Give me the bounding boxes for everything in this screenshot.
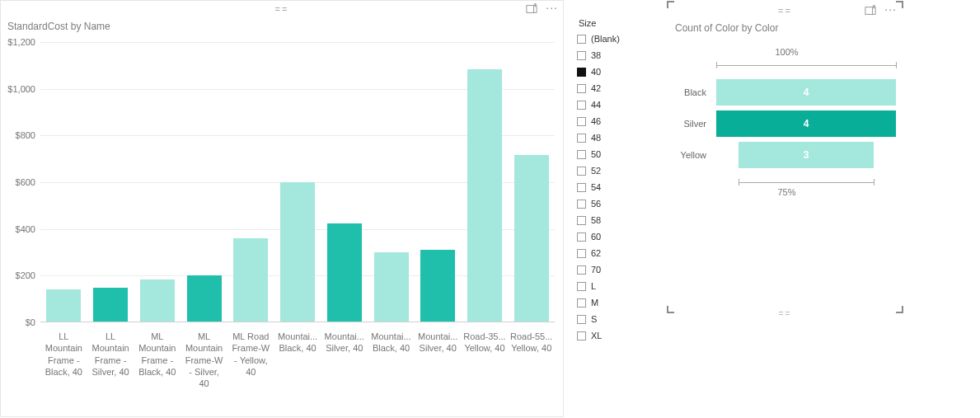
x-tick-label: Mountai...Silver, 40 — [415, 327, 462, 403]
bar[interactable] — [514, 155, 549, 322]
x-tick-label: MLMountainFrame-W- Silver,40 — [181, 327, 227, 403]
funnel-body: 100% Black4Silver4Yellow3 75% — [668, 39, 902, 286]
funnel-row: Yellow3 — [672, 139, 902, 171]
slicer-item-label: 46 — [591, 116, 601, 126]
slicer-item[interactable]: 62 — [577, 246, 668, 261]
resize-grip-icon[interactable] — [779, 309, 792, 318]
funnel-chart-visual[interactable]: ··· Count of Color by Color 100% Black4S… — [668, 2, 902, 312]
x-tick-label: Mountai...Silver, 40 — [321, 327, 368, 403]
slicer-item[interactable]: 70 — [577, 262, 668, 277]
bar[interactable] — [420, 250, 455, 322]
checkbox-icon[interactable] — [577, 216, 586, 225]
slicer-item-label: 52 — [591, 166, 601, 176]
bar[interactable] — [327, 223, 362, 322]
y-tick-label: $200 — [16, 270, 35, 280]
focus-mode-icon[interactable] — [865, 5, 876, 16]
bar[interactable] — [46, 289, 81, 322]
slicer-item[interactable]: (Blank) — [577, 31, 668, 46]
y-tick-label: $600 — [16, 177, 35, 187]
chart-title: StandardCost by Name — [1, 17, 563, 37]
checkbox-icon[interactable] — [577, 84, 586, 93]
checkbox-icon[interactable] — [577, 183, 586, 192]
funnel-bar[interactable]: 4 — [716, 110, 896, 137]
bar[interactable] — [140, 279, 175, 322]
drag-grip-icon[interactable] — [778, 6, 792, 16]
x-tick-label: LLMountainFrame -Black, 40 — [40, 327, 87, 403]
focus-mode-icon[interactable] — [526, 3, 537, 15]
checkbox-icon[interactable] — [577, 101, 586, 110]
slicer-item-label: 54 — [591, 182, 601, 192]
funnel-row: Silver4 — [672, 108, 902, 139]
y-tick-label: $1,000 — [7, 84, 35, 94]
slicer-item-label: 58 — [591, 215, 601, 225]
funnel-bar[interactable]: 4 — [716, 79, 896, 106]
checkbox-icon[interactable] — [577, 265, 586, 275]
slicer-item[interactable]: 44 — [577, 97, 668, 112]
slicer-item[interactable]: 40 — [577, 64, 668, 79]
checkbox-icon[interactable] — [577, 167, 586, 176]
slicer-item[interactable]: 38 — [577, 48, 668, 63]
slicer-item-label: 70 — [591, 265, 601, 275]
selection-corner-icon[interactable] — [667, 302, 678, 313]
slicer-item[interactable]: 56 — [577, 196, 668, 211]
checkbox-icon[interactable] — [577, 51, 586, 60]
slicer-item[interactable]: 42 — [577, 81, 668, 96]
checkbox-icon[interactable] — [577, 298, 586, 308]
checkbox-icon[interactable] — [577, 249, 586, 258]
funnel-bar[interactable]: 3 — [739, 142, 874, 168]
more-options-icon[interactable]: ··· — [884, 3, 897, 15]
svg-rect-0 — [527, 6, 534, 13]
checkbox-icon[interactable] — [577, 150, 586, 159]
x-tick-label: ML RoadFrame-W- Yellow,40 — [227, 327, 274, 403]
slicer-item-label: XL — [591, 331, 602, 341]
bar[interactable] — [374, 252, 409, 322]
slicer-item-label: 40 — [591, 67, 601, 77]
bar[interactable] — [93, 288, 128, 323]
slicer-item[interactable]: S — [577, 312, 668, 326]
checkbox-icon[interactable] — [577, 232, 586, 242]
selection-corner-icon[interactable] — [667, 1, 678, 12]
slicer-item-label: 56 — [591, 199, 601, 209]
funnel-row: Black4 — [672, 77, 902, 108]
slicer-item[interactable]: L — [577, 279, 668, 294]
slicer-item[interactable]: 58 — [577, 213, 668, 228]
slicer-item[interactable]: XL — [577, 328, 668, 343]
bar[interactable] — [467, 69, 502, 322]
size-slicer[interactable]: Size (Blank)3840424446485052545658606270… — [577, 16, 668, 396]
y-tick-label: $800 — [16, 130, 35, 140]
slicer-item-label: M — [591, 298, 598, 308]
checkbox-icon[interactable] — [577, 117, 586, 126]
bar[interactable] — [280, 182, 315, 322]
more-options-icon[interactable]: ··· — [546, 2, 558, 13]
slicer-item[interactable]: 60 — [577, 229, 668, 244]
x-tick-label: MLMountainFrame -Black, 40 — [134, 327, 181, 403]
checkbox-icon[interactable] — [577, 35, 586, 44]
drag-grip-icon[interactable] — [275, 4, 289, 14]
slicer-item[interactable]: 54 — [577, 180, 668, 195]
bar-chart-visual[interactable]: ··· StandardCost by Name $1,200$1,000$80… — [0, 0, 564, 417]
checkbox-icon[interactable] — [577, 200, 586, 209]
checkbox-icon[interactable] — [577, 282, 586, 291]
slicer-item-label: 44 — [591, 100, 601, 110]
checkbox-icon[interactable] — [577, 331, 586, 341]
checkbox-icon[interactable] — [577, 315, 586, 324]
slicer-item[interactable]: 50 — [577, 147, 668, 162]
bottom-percent-label: 75% — [672, 187, 902, 197]
slicer-item[interactable]: M — [577, 295, 668, 310]
slicer-item[interactable]: 52 — [577, 163, 668, 178]
x-axis: LLMountainFrame -Black, 40LLMountainFram… — [40, 327, 555, 403]
checkbox-icon[interactable] — [577, 134, 586, 143]
selection-corner-icon[interactable] — [892, 302, 903, 313]
funnel-category-label: Silver — [672, 119, 710, 129]
top-percent-bracket — [672, 62, 902, 68]
x-tick-label: Road-55...Yellow, 40 — [508, 327, 555, 403]
top-percent-label: 100% — [672, 47, 902, 57]
bar[interactable] — [233, 238, 268, 322]
checkbox-icon[interactable] — [577, 68, 586, 77]
bar[interactable] — [187, 275, 222, 322]
slicer-item[interactable]: 48 — [577, 130, 668, 145]
y-axis: $1,200$1,000$800$600$400$200$0 — [1, 42, 40, 322]
slicer-item-label: L — [591, 281, 596, 291]
slicer-item[interactable]: 46 — [577, 114, 668, 129]
slicer-item-label: S — [591, 314, 597, 324]
